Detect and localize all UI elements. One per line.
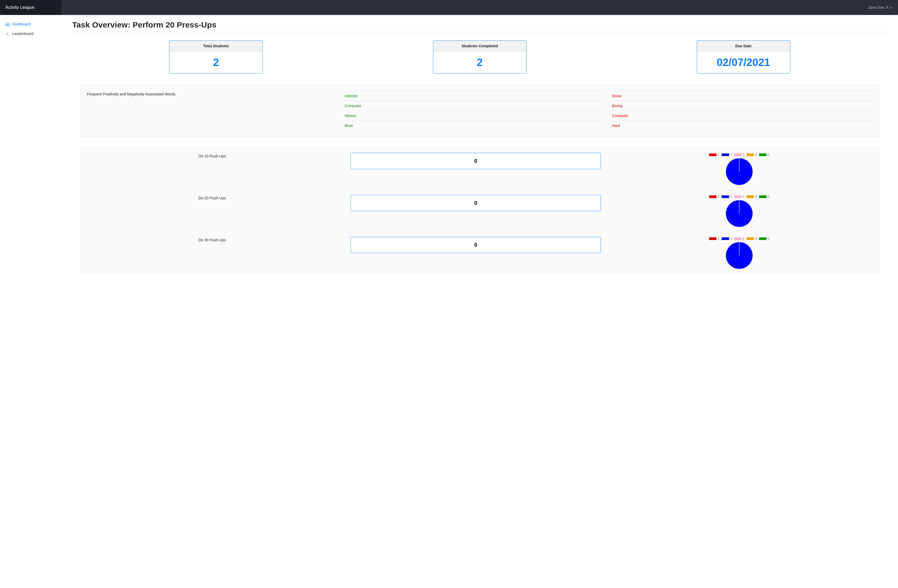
legend-item: 2 — [721, 153, 732, 157]
legend-label: 2 — [730, 153, 732, 157]
legend-item: 5 — [759, 237, 769, 240]
legend-swatch — [721, 153, 729, 156]
sidebar-item-label: Leaderboard — [12, 32, 34, 36]
bar-chart-icon — [5, 32, 10, 36]
sidebar-item-dashboard[interactable]: Dashboard — [0, 19, 62, 29]
legend-label: 1 — [718, 237, 720, 240]
negative-word: Hard — [611, 120, 873, 131]
legend-label: 4 — [755, 153, 757, 157]
task-chart-col: 1 2 3 4 5 — [607, 195, 871, 227]
legend-swatch — [759, 153, 767, 156]
stat-value: 02/07/2021 — [697, 52, 790, 73]
legend-item: 4 — [746, 153, 757, 157]
brand[interactable]: Activity League — [0, 0, 62, 15]
legend-label: 5 — [767, 237, 769, 240]
task-input-col — [344, 195, 607, 211]
words-panel-label: Frequent Positively and Negatively Assoc… — [87, 91, 338, 131]
legend-item: 1 — [709, 153, 720, 157]
legend-item: 2 — [721, 195, 732, 199]
user-name: Jane Doe — [868, 5, 884, 9]
legend-label: 4 — [755, 237, 757, 240]
negative-word: Boring — [611, 101, 873, 111]
legend-item: 1 — [709, 195, 720, 199]
brand-label: Activity League — [5, 5, 34, 10]
legend-swatch — [734, 153, 742, 156]
legend-swatch — [721, 237, 729, 240]
negative-word: Computer — [611, 111, 873, 120]
legend-swatch — [709, 237, 717, 240]
legend-label: 4 — [755, 195, 757, 199]
legend-label: 3 — [743, 237, 744, 240]
legend-item: 3 — [734, 237, 744, 240]
task-row: Do 10 Push-Ups 1 2 3 4 5 — [80, 148, 879, 190]
task-name: Do 20 Push-Ups — [80, 195, 344, 200]
positive-word: Mum — [344, 120, 606, 131]
divider — [72, 32, 887, 32]
stat-value: 2 — [433, 52, 526, 73]
positive-word: Internet — [344, 91, 606, 101]
legend-item: 3 — [734, 153, 744, 157]
legend-swatch — [759, 237, 767, 240]
task-chart-col: 1 2 3 4 5 — [607, 237, 871, 269]
pie-chart — [726, 200, 753, 227]
topbar: Activity League Jane Doe — [0, 0, 898, 15]
stat-card-due-date: Due Date 02/07/2021 — [697, 40, 790, 74]
legend-item: 2 — [721, 237, 732, 240]
stat-row: Total Students 2 Students Completed 2 Du… — [72, 40, 887, 74]
stat-value: 2 — [169, 52, 263, 73]
legend-item: 5 — [759, 195, 769, 199]
task-value-input[interactable] — [351, 153, 601, 169]
legend-label: 1 — [718, 153, 720, 157]
task-chart-col: 1 2 3 4 5 — [607, 153, 871, 185]
home-icon — [5, 22, 10, 26]
sidebar-item-label: Dashboard — [12, 22, 31, 26]
main-content: Task Overview: Perform 20 Press-Ups Tota… — [62, 15, 898, 279]
negative-word: Noise — [611, 91, 873, 101]
caret-down-icon — [890, 6, 893, 9]
legend-label: 2 — [730, 237, 732, 240]
task-input-col — [344, 153, 607, 169]
stat-card-total-students: Total Students 2 — [169, 40, 263, 74]
task-name: Do 30 Push-Ups — [80, 237, 344, 242]
positive-word: History — [344, 111, 606, 120]
page-title: Task Overview: Perform 20 Press-Ups — [72, 20, 887, 29]
legend-swatch — [734, 237, 742, 240]
legend-label: 3 — [743, 153, 744, 157]
sidebar-item-leaderboard[interactable]: Leaderboard — [0, 29, 62, 38]
stat-label: Students Completed — [433, 41, 526, 52]
legend-swatch — [734, 195, 742, 198]
person-icon — [885, 6, 889, 9]
legend-swatch — [721, 195, 729, 198]
legend-swatch — [746, 195, 754, 198]
pie-chart — [726, 242, 753, 269]
legend-swatch — [746, 153, 754, 156]
positive-words-column: Internet Computer History Mum — [344, 91, 606, 131]
chart-legend: 1 2 3 4 5 — [709, 237, 769, 240]
task-panel: Do 10 Push-Ups 1 2 3 4 5 Do 20 Push-Ups — [80, 148, 879, 274]
svg-point-0 — [886, 6, 887, 8]
negative-words-column: Noise Boring Computer Hard — [611, 91, 873, 131]
legend-item: 1 — [709, 237, 720, 240]
stat-card-students-completed: Students Completed 2 — [433, 40, 526, 74]
legend-label: 1 — [718, 195, 720, 199]
legend-label: 5 — [767, 195, 769, 199]
chart-legend: 1 2 3 4 5 — [709, 195, 769, 199]
stat-label: Total Students — [169, 41, 263, 52]
task-input-col — [344, 237, 607, 253]
words-panel: Frequent Positively and Negatively Assoc… — [80, 84, 879, 137]
task-value-input[interactable] — [351, 195, 601, 211]
sidebar: Dashboard Leaderboard — [0, 15, 62, 279]
chart-legend: 1 2 3 4 5 — [709, 153, 769, 157]
stat-label: Due Date — [697, 41, 790, 52]
positive-word: Computer — [344, 101, 606, 111]
task-row: Do 30 Push-Ups 1 2 3 4 5 — [80, 232, 879, 274]
legend-swatch — [709, 153, 717, 156]
legend-label: 3 — [743, 195, 744, 199]
task-name: Do 10 Push-Ups — [80, 153, 344, 158]
legend-swatch — [746, 237, 754, 240]
user-menu[interactable]: Jane Doe — [868, 5, 893, 9]
legend-label: 2 — [730, 195, 732, 199]
task-value-input[interactable] — [351, 237, 601, 253]
legend-item: 4 — [746, 237, 757, 240]
legend-item: 3 — [734, 195, 744, 199]
